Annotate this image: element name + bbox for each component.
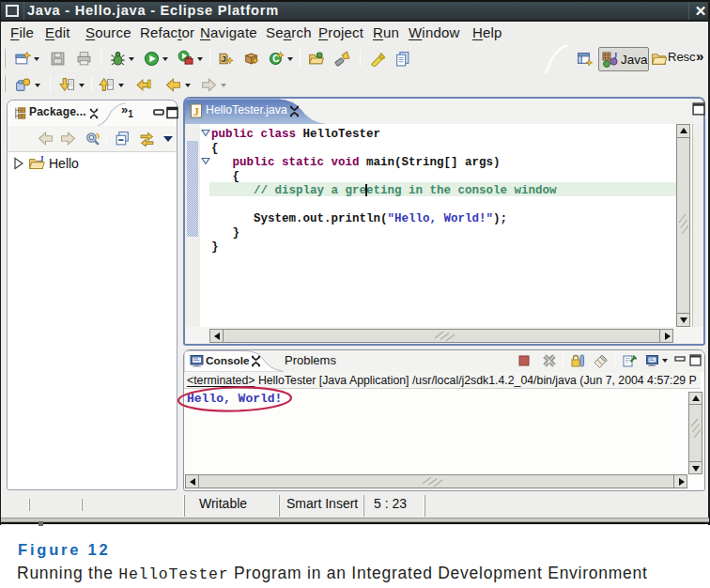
- svg-text:J: J: [613, 52, 618, 60]
- svg-text:J: J: [193, 105, 199, 118]
- svg-text:J: J: [221, 54, 225, 64]
- svg-text:J: J: [39, 155, 44, 163]
